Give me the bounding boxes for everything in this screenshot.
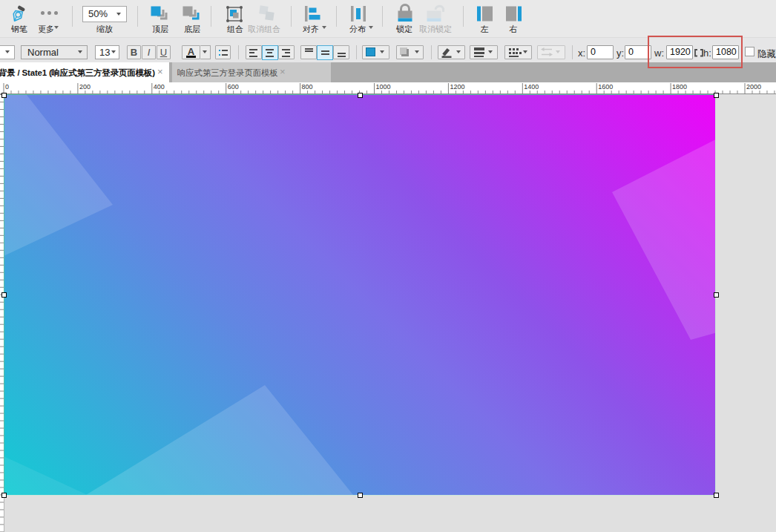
svg-text:1400: 1400: [524, 83, 539, 91]
svg-text:1800: 1800: [672, 83, 687, 91]
svg-text:800: 800: [302, 83, 313, 91]
svg-text:2000: 2000: [746, 83, 761, 91]
svg-text:1000: 1000: [376, 83, 391, 91]
svg-text:400: 400: [154, 83, 165, 91]
svg-text:1200: 1200: [450, 83, 464, 91]
svg-text:200: 200: [79, 83, 91, 91]
svg-text:1600: 1600: [598, 83, 613, 91]
svg-text:0: 0: [5, 83, 9, 91]
svg-text:600: 600: [228, 83, 239, 91]
